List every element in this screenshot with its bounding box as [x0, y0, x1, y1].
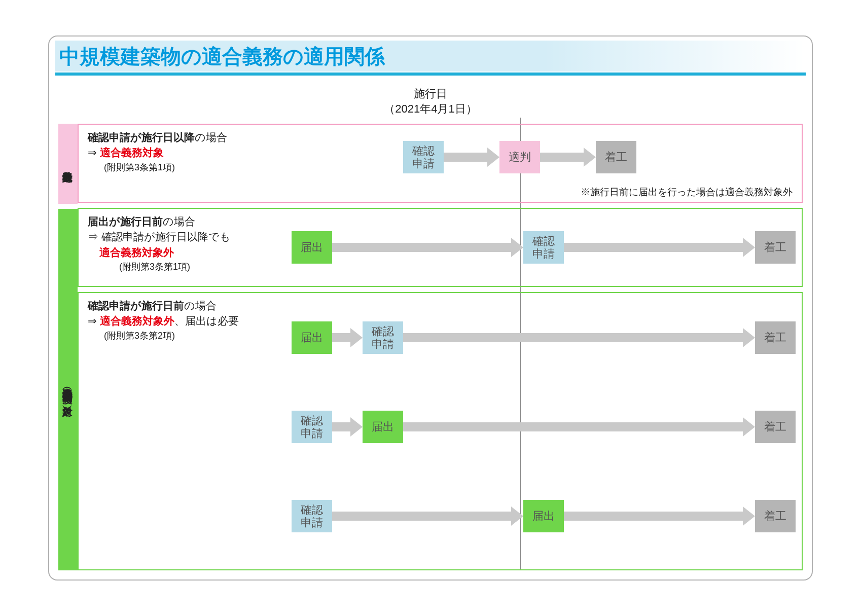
title-bar: 中規模建築物の適合義務の適用関係: [55, 41, 806, 76]
case-5-flow: 確認 申請届出着工: [292, 498, 796, 534]
case-group-1: 確認申請が施行日以降の場合 ⇒ 適合義務対象 (附則第3条第1項) 確認 申請適…: [78, 124, 803, 203]
case-row-3: 確認申請が施行日前の場合 ⇒ 適合義務対象外、届出は必要 (附則第3条第2項) …: [79, 293, 802, 382]
effective-date-label: 施行日 （2021年4月1日）: [49, 86, 812, 116]
flow-box: 適判: [499, 141, 540, 173]
title-underline: [55, 73, 806, 76]
arrow-icon: [332, 422, 363, 431]
arrow-icon: [564, 512, 755, 521]
flow-box: 確認 申請: [292, 411, 332, 443]
side-labels: 適合義務対象 適合義務対象外（届出制度の対象）: [49, 124, 78, 579]
case-1-flow: 確認 申請適判着工: [403, 139, 796, 175]
flow-box: 着工: [755, 321, 796, 354]
case-1-note: ※施行日前に届出を行った場合は適合義務対象外: [581, 186, 793, 199]
diagram-frame: 中規模建築物の適合義務の適用関係 施行日 （2021年4月1日） 適合義務対象 …: [48, 35, 813, 581]
case-2-text: 届出が施行日前の場合 ⇒ 確認申請が施行日以降でも 適合義務対象外 (附則第3条…: [88, 214, 231, 273]
case-row-2: 届出が施行日前の場合 ⇒ 確認申請が施行日以降でも 適合義務対象外 (附則第3条…: [79, 209, 802, 286]
flow-box: 着工: [755, 231, 796, 264]
flow-box: 着工: [755, 500, 796, 532]
case-2-flow: 届出確認 申請着工: [292, 229, 796, 266]
arrow-icon: [332, 333, 363, 342]
body-area: 適合義務対象 適合義務対象外（届出制度の対象） 確認申請が施行日以降の場合 ⇒ …: [49, 124, 812, 579]
case-3-flow: 届出確認 申請着工: [292, 319, 796, 356]
flow-box: 着工: [596, 141, 636, 173]
case-1-text: 確認申請が施行日以降の場合 ⇒ 適合義務対象 (附則第3条第1項): [88, 130, 227, 174]
case-row-1: 確認申請が施行日以降の場合 ⇒ 適合義務対象 (附則第3条第1項) 確認 申請適…: [79, 125, 802, 202]
arrow-icon: [332, 512, 523, 521]
flow-box: 確認 申請: [292, 500, 332, 532]
flow-box: 着工: [755, 411, 796, 443]
flow-box: 確認 申請: [363, 321, 403, 354]
arrow-icon: [403, 333, 755, 342]
flow-box: 確認 申請: [523, 231, 564, 264]
arrow-icon: [564, 243, 755, 252]
side-label-exempt: 適合義務対象外（届出制度の対象）: [58, 209, 78, 570]
arrow-icon: [403, 422, 755, 431]
case-group-2: 届出が施行日前の場合 ⇒ 確認申請が施行日以降でも 適合義務対象外 (附則第3条…: [78, 208, 803, 287]
rows-column: 確認申請が施行日以降の場合 ⇒ 適合義務対象 (附則第3条第1項) 確認 申請適…: [78, 124, 812, 579]
flow-box: 確認 申請: [403, 141, 444, 173]
case-row-4: 確認 申請届出着工: [79, 382, 802, 472]
flow-box: 届出: [523, 500, 564, 532]
case-3-text: 確認申請が施行日前の場合 ⇒ 適合義務対象外、届出は必要 (附則第3条第2項): [88, 298, 239, 342]
flow-box: 届出: [363, 411, 403, 443]
arrow-icon: [540, 153, 596, 162]
side-label-target: 適合義務対象: [58, 124, 78, 204]
case-group-3: 確認申請が施行日前の場合 ⇒ 適合義務対象外、届出は必要 (附則第3条第2項) …: [78, 292, 803, 570]
case-4-flow: 確認 申請届出着工: [292, 409, 796, 445]
arrow-icon: [332, 243, 523, 252]
arrow-icon: [444, 153, 499, 162]
flow-box: 届出: [292, 231, 332, 264]
page-title: 中規模建築物の適合義務の適用関係: [55, 41, 806, 71]
case-row-5: 確認 申請届出着工: [79, 472, 802, 561]
flow-box: 届出: [292, 321, 332, 354]
